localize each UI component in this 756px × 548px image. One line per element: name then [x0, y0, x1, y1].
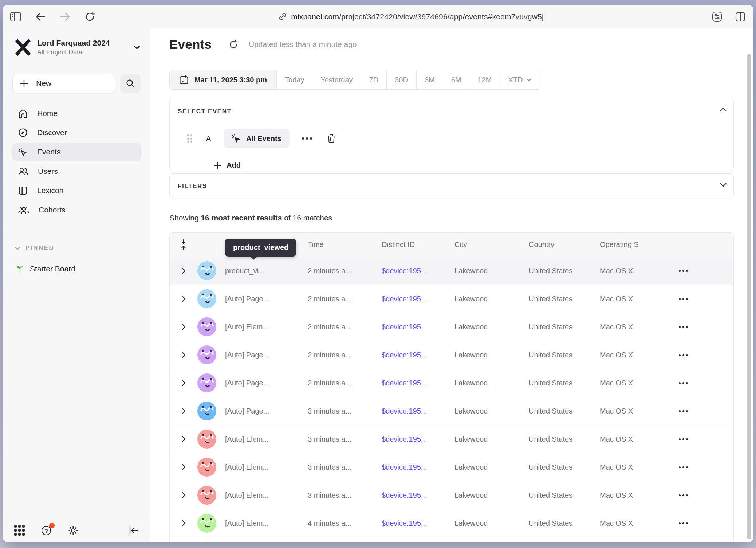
browser-toolbar: mixpanel.com/project/3472420/view/397469…: [3, 5, 753, 28]
row-more-icon[interactable]: [677, 519, 690, 528]
distinct-id-link[interactable]: $device:195...: [382, 407, 454, 415]
table-row: [Auto] Page... 3 minutes a... $device:19…: [170, 397, 733, 425]
preset-6m[interactable]: 6M: [443, 70, 470, 89]
svg-text:?: ?: [44, 527, 48, 533]
distinct-id-link[interactable]: $device:195...: [382, 463, 454, 471]
distinct-id-link[interactable]: $device:195...: [382, 491, 454, 500]
trash-icon[interactable]: [327, 133, 336, 144]
preset-12m[interactable]: 12M: [469, 70, 500, 89]
row-more-icon[interactable]: [677, 294, 690, 304]
distinct-id-link[interactable]: $device:195...: [382, 379, 454, 387]
events-table: product_viewed Time: [169, 232, 734, 542]
distinct-id-link[interactable]: $device:195...: [382, 519, 454, 528]
preset-3m[interactable]: 3M: [417, 70, 443, 89]
browser-window: mixpanel.com/project/3472420/view/397469…: [3, 5, 753, 542]
row-more-icon[interactable]: [677, 435, 690, 444]
col-header-os[interactable]: Operating S: [600, 240, 660, 249]
project-switcher[interactable]: Lord Farquaad 2024 All Project Data: [12, 38, 141, 57]
distinct-id-link[interactable]: $device:195...: [382, 323, 454, 331]
col-header-country[interactable]: Country: [529, 240, 600, 249]
expand-row-icon[interactable]: [181, 520, 186, 527]
date-picker[interactable]: Mar 11, 2025 3:30 pm: [170, 70, 277, 89]
split-view-icon[interactable]: [734, 11, 747, 23]
expand-row-icon[interactable]: [181, 435, 186, 443]
sidebar-item-users[interactable]: Users: [12, 162, 141, 180]
browser-sidebar-toggle-icon[interactable]: [9, 11, 22, 23]
sidebar-footer: ?: [3, 518, 150, 542]
sidebar-item-events[interactable]: Events: [12, 143, 141, 161]
distinct-id-link[interactable]: $device:195...: [382, 435, 454, 443]
purple-face-avatar: [197, 373, 216, 392]
collapse-all-rows-icon[interactable]: [180, 239, 187, 251]
reload-icon[interactable]: [84, 11, 96, 23]
preset-xtd[interactable]: XTD: [500, 70, 540, 89]
preset-today[interactable]: Today: [277, 70, 312, 89]
row-more-icon[interactable]: [677, 463, 690, 472]
page-settings-icon[interactable]: [711, 11, 723, 23]
event-more-icon[interactable]: [302, 137, 312, 140]
expand-row-icon[interactable]: [181, 267, 186, 274]
expand-row-icon[interactable]: [181, 323, 186, 330]
row-more-icon[interactable]: [677, 379, 690, 388]
help-icon[interactable]: ?: [40, 524, 52, 537]
event-os: Mac OS X: [600, 351, 660, 359]
sidebar-item-lexicon[interactable]: Lexicon: [12, 181, 141, 200]
mixpanel-logo: [14, 38, 32, 57]
expand-row-icon[interactable]: [181, 407, 186, 415]
distinct-id-link[interactable]: $device:195...: [382, 295, 454, 303]
search-button[interactable]: [120, 74, 141, 93]
row-more-icon[interactable]: [677, 407, 690, 416]
event-selector-button[interactable]: All Events: [224, 129, 290, 148]
col-header-time[interactable]: Time: [308, 240, 382, 249]
expand-section-icon[interactable]: [720, 183, 727, 188]
event-os: Mac OS X: [600, 519, 660, 528]
distinct-id-link[interactable]: $device:195...: [382, 351, 454, 359]
url-text: mixpanel.com/project/3472420/view/397469…: [291, 12, 544, 21]
event-os: Mac OS X: [600, 379, 660, 387]
event-country: United States: [529, 407, 600, 415]
preset-yesterday[interactable]: Yesterday: [312, 70, 361, 89]
plus-icon: [20, 79, 28, 87]
updated-status: Updated less than a minute ago: [249, 40, 357, 49]
row-more-icon[interactable]: [677, 266, 690, 275]
expand-row-icon[interactable]: [181, 295, 186, 302]
event-os: Mac OS X: [600, 435, 660, 443]
cohorts-icon: [18, 206, 29, 214]
event-tooltip: product_viewed: [225, 239, 296, 257]
sidebar-item-home[interactable]: Home: [12, 104, 141, 122]
collapse-section-icon[interactable]: [720, 107, 727, 113]
row-more-icon[interactable]: [677, 322, 690, 332]
scrollbar[interactable]: [747, 54, 751, 539]
pinned-item-starter-board[interactable]: Starter Board: [12, 264, 141, 274]
add-event-button[interactable]: Add: [214, 161, 241, 169]
expand-row-icon[interactable]: [181, 492, 186, 499]
event-country: United States: [529, 491, 600, 500]
blue-face-avatar: [197, 402, 216, 420]
preset-7d[interactable]: 7D: [361, 70, 387, 89]
expand-row-icon[interactable]: [181, 379, 186, 387]
collapse-sidebar-icon[interactable]: [127, 524, 140, 537]
row-more-icon[interactable]: [677, 351, 690, 360]
expand-row-icon[interactable]: [181, 463, 186, 471]
sidebar-item-cohorts[interactable]: Cohorts: [12, 201, 141, 219]
sidebar-item-discover[interactable]: Discover: [12, 124, 141, 142]
page-title: Events: [169, 37, 212, 52]
address-bar[interactable]: mixpanel.com/project/3472420/view/397469…: [130, 12, 692, 21]
settings-gear-icon[interactable]: [67, 524, 79, 537]
distinct-id-link[interactable]: $device:195...: [382, 267, 454, 275]
back-icon[interactable]: [34, 11, 47, 23]
event-city: Lakewood: [454, 491, 529, 500]
drag-handle-icon[interactable]: [187, 134, 192, 143]
table-row: [Auto] Elem... 2 minutes a... $device:19…: [170, 313, 733, 341]
col-header-city[interactable]: City: [454, 240, 529, 249]
col-header-distinct-id[interactable]: Distinct ID: [382, 240, 454, 249]
row-more-icon[interactable]: [677, 491, 690, 500]
apps-grid-icon[interactable]: [13, 524, 25, 537]
forward-icon[interactable]: [59, 11, 71, 23]
new-button[interactable]: New: [12, 74, 115, 93]
event-name: [Auto] Elem...: [225, 463, 308, 471]
refresh-icon[interactable]: [228, 39, 239, 50]
preset-30d[interactable]: 30D: [387, 70, 417, 89]
pinned-section-toggle[interactable]: PINNED: [12, 244, 141, 252]
expand-row-icon[interactable]: [181, 351, 186, 359]
